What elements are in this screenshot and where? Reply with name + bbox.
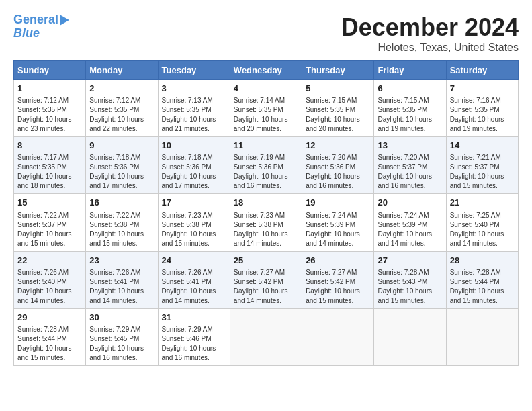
day-number: 19: [306, 197, 370, 209]
day-info: Sunrise: 7:15 AMSunset: 5:35 PMDaylight:…: [378, 96, 442, 134]
title-area: December 2024 Helotes, Texas, United Sta…: [341, 13, 519, 54]
logo-arrow-icon: [60, 15, 69, 26]
day-info: Sunrise: 7:24 AMSunset: 5:39 PMDaylight:…: [306, 211, 370, 248]
day-info: Sunrise: 7:17 AMSunset: 5:35 PMDaylight:…: [17, 153, 82, 191]
calendar-cell: 28Sunrise: 7:28 AMSunset: 5:44 PMDayligh…: [446, 251, 518, 308]
day-info: Sunrise: 7:23 AMSunset: 5:38 PMDaylight:…: [162, 211, 226, 248]
calendar-week-row: 15Sunrise: 7:22 AMSunset: 5:37 PMDayligh…: [14, 194, 519, 251]
calendar-cell: 11Sunrise: 7:19 AMSunset: 5:36 PMDayligh…: [230, 137, 302, 194]
day-info: Sunrise: 7:26 AMSunset: 5:41 PMDaylight:…: [89, 268, 154, 306]
calendar-cell: 6Sunrise: 7:15 AMSunset: 5:35 PMDaylight…: [374, 80, 446, 137]
logo-blue: Blue: [13, 27, 40, 40]
calendar-cell: 1Sunrise: 7:12 AMSunset: 5:35 PMDaylight…: [14, 80, 86, 137]
day-number: 2: [89, 83, 154, 95]
day-info: Sunrise: 7:18 AMSunset: 5:36 PMDaylight:…: [89, 153, 154, 191]
day-number: 20: [378, 197, 442, 209]
day-info: Sunrise: 7:16 AMSunset: 5:35 PMDaylight:…: [450, 96, 515, 134]
calendar-table: SundayMondayTuesdayWednesdayThursdayFrid…: [13, 60, 519, 366]
day-number: 11: [234, 140, 298, 152]
header-day-thursday: Thursday: [302, 61, 374, 80]
calendar-cell: 10Sunrise: 7:18 AMSunset: 5:36 PMDayligh…: [158, 137, 230, 194]
day-number: 4: [234, 83, 298, 95]
calendar-cell: 19Sunrise: 7:24 AMSunset: 5:39 PMDayligh…: [302, 194, 374, 251]
calendar-cell: 16Sunrise: 7:22 AMSunset: 5:38 PMDayligh…: [86, 194, 158, 251]
calendar-cell: 29Sunrise: 7:28 AMSunset: 5:44 PMDayligh…: [14, 308, 86, 365]
calendar-cell: 22Sunrise: 7:26 AMSunset: 5:40 PMDayligh…: [14, 251, 86, 308]
day-number: 9: [89, 140, 154, 152]
logo-text: General: [13, 13, 69, 27]
calendar-cell: 24Sunrise: 7:26 AMSunset: 5:41 PMDayligh…: [158, 251, 230, 308]
day-info: Sunrise: 7:15 AMSunset: 5:35 PMDaylight:…: [306, 96, 370, 134]
day-info: Sunrise: 7:20 AMSunset: 5:36 PMDaylight:…: [306, 153, 370, 191]
day-info: Sunrise: 7:28 AMSunset: 5:44 PMDaylight:…: [450, 268, 515, 306]
calendar-cell: 14Sunrise: 7:21 AMSunset: 5:37 PMDayligh…: [446, 137, 518, 194]
day-number: 17: [162, 197, 226, 209]
day-number: 3: [162, 83, 226, 95]
calendar-header-row: SundayMondayTuesdayWednesdayThursdayFrid…: [14, 61, 519, 80]
day-number: 30: [89, 312, 154, 324]
calendar-cell: 15Sunrise: 7:22 AMSunset: 5:37 PMDayligh…: [14, 194, 86, 251]
day-number: 13: [378, 140, 442, 152]
day-info: Sunrise: 7:21 AMSunset: 5:37 PMDaylight:…: [450, 153, 515, 191]
header-day-friday: Friday: [374, 61, 446, 80]
day-number: 18: [234, 197, 298, 209]
calendar-cell: [230, 308, 302, 365]
day-number: 31: [162, 312, 226, 324]
calendar-week-row: 29Sunrise: 7:28 AMSunset: 5:44 PMDayligh…: [14, 308, 519, 365]
header-day-wednesday: Wednesday: [230, 61, 302, 80]
calendar-cell: 17Sunrise: 7:23 AMSunset: 5:38 PMDayligh…: [158, 194, 230, 251]
day-number: 6: [378, 83, 442, 95]
calendar-cell: 31Sunrise: 7:29 AMSunset: 5:46 PMDayligh…: [158, 308, 230, 365]
day-info: Sunrise: 7:22 AMSunset: 5:38 PMDaylight:…: [89, 211, 154, 248]
day-number: 25: [234, 255, 298, 267]
calendar-cell: 20Sunrise: 7:24 AMSunset: 5:39 PMDayligh…: [374, 194, 446, 251]
day-info: Sunrise: 7:14 AMSunset: 5:35 PMDaylight:…: [234, 96, 298, 134]
day-info: Sunrise: 7:26 AMSunset: 5:41 PMDaylight:…: [162, 268, 226, 306]
day-info: Sunrise: 7:18 AMSunset: 5:36 PMDaylight:…: [162, 153, 226, 191]
calendar-cell: 30Sunrise: 7:29 AMSunset: 5:45 PMDayligh…: [86, 308, 158, 365]
header-day-tuesday: Tuesday: [158, 61, 230, 80]
day-number: 21: [450, 197, 515, 209]
day-number: 8: [17, 140, 82, 152]
day-info: Sunrise: 7:27 AMSunset: 5:42 PMDaylight:…: [234, 268, 298, 306]
calendar-week-row: 1Sunrise: 7:12 AMSunset: 5:35 PMDaylight…: [14, 80, 519, 137]
day-number: 15: [17, 197, 82, 209]
day-number: 10: [162, 140, 226, 152]
day-number: 7: [450, 83, 515, 95]
day-info: Sunrise: 7:12 AMSunset: 5:35 PMDaylight:…: [17, 96, 82, 134]
calendar-cell: 13Sunrise: 7:20 AMSunset: 5:37 PMDayligh…: [374, 137, 446, 194]
calendar-cell: [446, 308, 518, 365]
calendar-week-row: 22Sunrise: 7:26 AMSunset: 5:40 PMDayligh…: [14, 251, 519, 308]
day-number: 27: [378, 255, 442, 267]
header-day-monday: Monday: [86, 61, 158, 80]
day-info: Sunrise: 7:13 AMSunset: 5:35 PMDaylight:…: [162, 96, 226, 134]
day-info: Sunrise: 7:27 AMSunset: 5:42 PMDaylight:…: [306, 268, 370, 306]
calendar-cell: [302, 308, 374, 365]
day-number: 5: [306, 83, 370, 95]
calendar-cell: 4Sunrise: 7:14 AMSunset: 5:35 PMDaylight…: [230, 80, 302, 137]
calendar-cell: 23Sunrise: 7:26 AMSunset: 5:41 PMDayligh…: [86, 251, 158, 308]
calendar-week-row: 8Sunrise: 7:17 AMSunset: 5:35 PMDaylight…: [14, 137, 519, 194]
calendar-cell: 7Sunrise: 7:16 AMSunset: 5:35 PMDaylight…: [446, 80, 518, 137]
calendar-cell: 21Sunrise: 7:25 AMSunset: 5:40 PMDayligh…: [446, 194, 518, 251]
calendar-cell: 3Sunrise: 7:13 AMSunset: 5:35 PMDaylight…: [158, 80, 230, 137]
calendar-cell: 2Sunrise: 7:12 AMSunset: 5:35 PMDaylight…: [86, 80, 158, 137]
calendar-cell: 9Sunrise: 7:18 AMSunset: 5:36 PMDaylight…: [86, 137, 158, 194]
day-info: Sunrise: 7:26 AMSunset: 5:40 PMDaylight:…: [17, 268, 82, 306]
calendar-cell: 5Sunrise: 7:15 AMSunset: 5:35 PMDaylight…: [302, 80, 374, 137]
month-title: December 2024: [341, 13, 519, 42]
day-number: 24: [162, 255, 226, 267]
calendar-cell: 25Sunrise: 7:27 AMSunset: 5:42 PMDayligh…: [230, 251, 302, 308]
day-number: 23: [89, 255, 154, 267]
day-number: 16: [89, 197, 154, 209]
day-info: Sunrise: 7:28 AMSunset: 5:44 PMDaylight:…: [17, 325, 82, 363]
day-number: 14: [450, 140, 515, 152]
day-info: Sunrise: 7:24 AMSunset: 5:39 PMDaylight:…: [378, 211, 442, 248]
header-day-saturday: Saturday: [446, 61, 518, 80]
day-info: Sunrise: 7:29 AMSunset: 5:46 PMDaylight:…: [162, 325, 226, 363]
logo-general: General: [13, 13, 58, 26]
day-info: Sunrise: 7:28 AMSunset: 5:43 PMDaylight:…: [378, 268, 442, 306]
day-info: Sunrise: 7:20 AMSunset: 5:37 PMDaylight:…: [378, 153, 442, 191]
day-number: 29: [17, 312, 82, 324]
day-info: Sunrise: 7:19 AMSunset: 5:36 PMDaylight:…: [234, 153, 298, 191]
